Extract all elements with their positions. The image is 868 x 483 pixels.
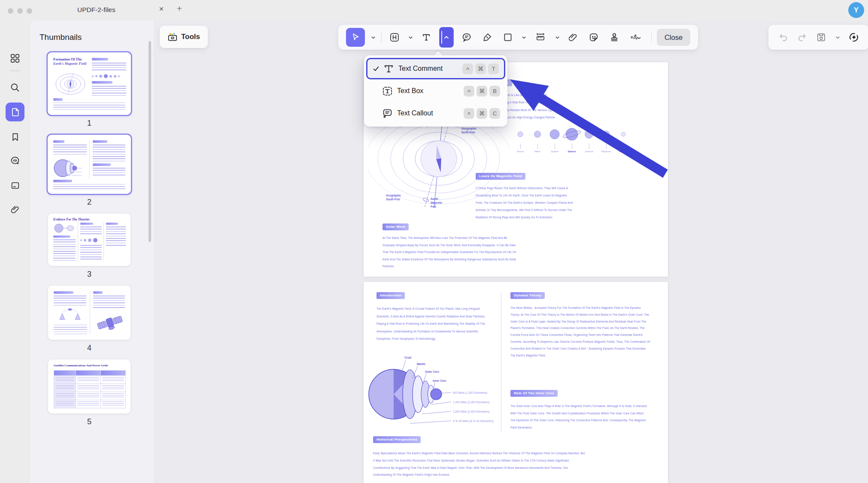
text-tool-dropdown-active[interactable]: [439, 27, 454, 48]
control-key: ^: [464, 86, 474, 97]
diagram-south-mag-label: South Magnetic Pole: [431, 197, 447, 208]
titlebar: UPDF-2-files ✕ +: [0, 0, 868, 21]
control-key: ^: [462, 63, 473, 74]
text-box-icon: [380, 85, 395, 97]
close-button[interactable]: Close: [657, 29, 690, 46]
file-actions-toolbar: [768, 25, 868, 50]
attachments-icon[interactable]: [6, 200, 24, 219]
select-tool-dropdown[interactable]: [370, 28, 376, 47]
comments-icon[interactable]: [6, 151, 24, 170]
thumb-badge: [93, 163, 111, 166]
heading-icon: [389, 32, 400, 43]
user-avatar[interactable]: Y: [848, 2, 864, 18]
thumb-badge: [53, 235, 70, 238]
ai-assistant-button[interactable]: [847, 28, 860, 47]
planet-jupiter: Jupiter: [546, 127, 563, 153]
text-tool-dropdown-menu: Text Comment ^ ⌘ T Text Box ^ ⌘ B: [364, 55, 507, 127]
thumb-text-lines: [53, 145, 87, 156]
thumb-network-diagram: [55, 308, 85, 322]
page2-dynamo-text: The Most Widely - Accepted Theory For Th…: [510, 305, 650, 359]
section-badge-inner-core: Role Of The Inner Core: [510, 390, 558, 397]
menu-item-text-callout[interactable]: Text Callout ^ ⌘ C: [366, 102, 505, 124]
thumbnails-scrollbar[interactable]: [149, 41, 151, 242]
bookmarks-icon[interactable]: [6, 127, 24, 146]
document-tab[interactable]: UPDF-2-files: [77, 6, 115, 14]
thumb-divider: [89, 140, 90, 179]
menu-item-label: Text Box: [395, 87, 464, 95]
thumbnail-item: 2: [48, 135, 131, 207]
traffic-light-zoom[interactable]: [27, 8, 32, 14]
text-comment-icon: [381, 63, 396, 75]
traffic-light-minimize[interactable]: [17, 8, 23, 14]
core-measure-2: 1,400 Miles (2,250 Kilometers): [453, 400, 489, 404]
thumbnail-item: Satellite Communications And Power Grids…: [48, 359, 131, 426]
thumb-field-diagram: [52, 69, 88, 97]
section-badge-loses-field: Loses Its Magnetic Field: [476, 173, 525, 180]
thumb-text-lines: [80, 245, 102, 260]
control-key: ^: [464, 108, 474, 119]
page-thumbnail-3[interactable]: Evidence For The Theories: [48, 214, 131, 266]
measure-tool[interactable]: [532, 28, 549, 47]
core-label-mantle: Mantle: [417, 362, 425, 366]
shape-tool[interactable]: [500, 28, 516, 47]
text-callout-icon: [380, 108, 395, 119]
heading-tool-dropdown[interactable]: [407, 28, 413, 47]
rail-divider: [10, 70, 20, 71]
thumb-text-lines: [92, 86, 126, 96]
diagram-south-geo-label: Geographic South Pole: [386, 193, 407, 201]
sidebar-item-thumbnails[interactable]: [6, 103, 24, 121]
sticker-tool[interactable]: [586, 28, 601, 47]
thumb-badge: [106, 223, 118, 225]
tab-close-icon[interactable]: ✕: [159, 6, 164, 12]
left-rail: [0, 21, 30, 483]
search-icon[interactable]: [6, 78, 24, 97]
save-button[interactable]: [815, 28, 828, 47]
thumb-badge: [92, 81, 112, 84]
document-page-2[interactable]: Introduction The Earth's Magnetic Field,…: [364, 282, 668, 483]
column-divider: [501, 293, 501, 433]
thumb-divider: [78, 223, 78, 261]
select-tool[interactable]: [346, 28, 365, 47]
traffic-light-close[interactable]: [8, 8, 13, 14]
thumb-diagram: [53, 223, 76, 234]
form-fields-icon[interactable]: [6, 176, 24, 195]
attach-file-tool[interactable]: [565, 28, 581, 47]
thumbnails-panel: Thumbnails Formation Of The Earth's Magn…: [30, 21, 155, 483]
thumb-page-number: 3: [87, 270, 91, 279]
thumb-text-lines: [93, 168, 125, 177]
page2-core-text: The Solid Inner Core Also Plays A Role I…: [510, 403, 647, 431]
shape-tool-dropdown[interactable]: [521, 28, 527, 47]
save-dropdown[interactable]: [835, 28, 841, 47]
apps-grid-icon[interactable]: [6, 49, 24, 68]
toolbar-divider: [651, 31, 652, 43]
menu-item-text-comment[interactable]: Text Comment ^ ⌘ T: [366, 58, 505, 79]
section-badge-historical: Historical Perspectives: [373, 436, 421, 443]
redo-button[interactable]: [796, 28, 808, 47]
measure-tool-dropdown[interactable]: [554, 28, 560, 47]
tools-label: Tools: [181, 33, 200, 41]
text-tool[interactable]: [419, 28, 434, 47]
undo-icon: [778, 32, 789, 43]
page2-intro-text: The Earth's Magnetic Field, A Crucial Fe…: [376, 305, 491, 343]
tools-button[interactable]: Tools: [160, 26, 208, 48]
menu-item-text-box[interactable]: Text Box ^ ⌘ B: [366, 80, 505, 102]
sticky-note-tool[interactable]: [459, 28, 474, 47]
highlighter-tool[interactable]: [480, 28, 495, 47]
planet-venus: Venus: [512, 127, 529, 153]
thumb-badge: [53, 98, 63, 101]
command-key: ⌘: [476, 108, 487, 119]
stamp-tool[interactable]: [607, 28, 622, 47]
undo-button[interactable]: [777, 28, 789, 47]
new-tab-icon[interactable]: +: [177, 4, 182, 14]
page-thumbnail-5[interactable]: Satellite Communications And Power Grids: [48, 359, 131, 414]
heading-tool[interactable]: [387, 28, 402, 47]
thumb-divider: [90, 291, 90, 334]
thumb-page-number: 2: [87, 198, 91, 207]
page-thumbnail-2[interactable]: [48, 135, 131, 194]
planet-saturn: Saturn: [563, 127, 580, 153]
page-thumbnail-1[interactable]: Formation Of The Earth's Magnetic Field: [48, 52, 131, 115]
section-badge-introduction: Introduction: [376, 292, 405, 299]
page-thumbnail-4[interactable]: [48, 286, 131, 340]
planet-uranus: Uranus: [580, 127, 598, 153]
signature-tool[interactable]: [627, 28, 646, 47]
